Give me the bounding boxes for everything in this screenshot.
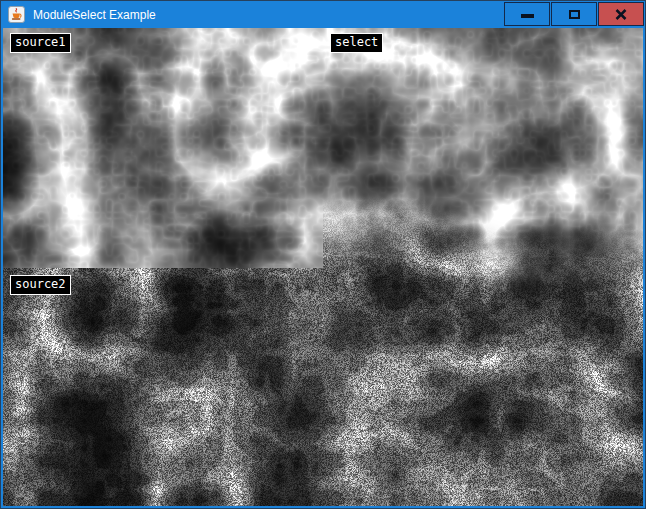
window-title: ModuleSelect Example: [33, 8, 156, 22]
label-source2: source2: [10, 275, 71, 295]
titlebar[interactable]: ModuleSelect Example: [1, 1, 645, 28]
close-button[interactable]: [598, 2, 644, 26]
minimize-button[interactable]: [504, 2, 550, 26]
minimize-icon: [521, 14, 534, 18]
app-window: ModuleSelect Example source1 select sour…: [0, 0, 646, 509]
label-select: select: [330, 33, 383, 53]
render-area: source1 select source2: [3, 28, 643, 506]
maximize-button[interactable]: [551, 2, 597, 26]
close-icon: [615, 9, 627, 20]
java-coffee-cup-icon: [8, 6, 25, 23]
noise-render-canvas: [3, 28, 643, 506]
window-controls: [504, 2, 644, 26]
maximize-icon: [569, 10, 580, 19]
label-source1: source1: [10, 33, 71, 53]
